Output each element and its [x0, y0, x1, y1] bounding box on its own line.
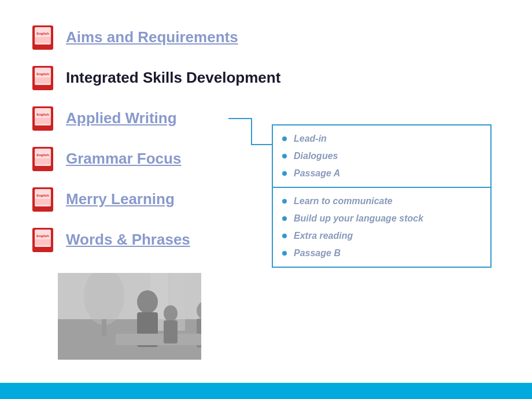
bullet-dialogues	[282, 154, 287, 158]
svg-rect-3	[35, 37, 51, 43]
book-icon-integrated: English	[29, 64, 57, 91]
bullet-build	[282, 216, 287, 221]
svg-point-29	[137, 290, 158, 313]
svg-rect-33	[116, 334, 201, 345]
svg-text:English: English	[36, 32, 49, 35]
svg-rect-7	[35, 77, 51, 83]
info-item-extra[interactable]: Extra reading	[282, 227, 481, 245]
bullet-passage-b	[282, 251, 287, 256]
info-box: Lead-in Dialogues Passage A Learn to com…	[272, 124, 492, 268]
svg-rect-15	[35, 158, 51, 164]
bullet-lead-in	[282, 136, 287, 141]
info-box-top-section: Lead-in Dialogues Passage A	[273, 125, 490, 188]
merry-link[interactable]: Merry Learning	[66, 190, 175, 208]
info-item-dialogues[interactable]: Dialogues	[282, 147, 481, 165]
nav-item-aims[interactable]: English Aims and Requirements	[29, 23, 503, 51]
bullet-learn	[282, 199, 287, 204]
svg-text:English: English	[36, 72, 49, 76]
svg-text:English: English	[36, 153, 49, 157]
bottom-bar	[0, 383, 532, 399]
applied-link[interactable]: Applied Writing	[66, 109, 177, 127]
svg-point-36	[164, 305, 178, 322]
svg-text:English: English	[36, 194, 49, 197]
svg-rect-11	[35, 118, 51, 124]
book-icon-applied: English	[29, 104, 57, 132]
info-item-build[interactable]: Build up your language stock	[282, 210, 481, 227]
photo-area	[58, 273, 201, 360]
book-icon-grammar: English	[29, 145, 57, 172]
nav-item-integrated: English Integrated Skills Development	[29, 64, 503, 91]
connector-line	[228, 110, 275, 156]
integrated-link: Integrated Skills Development	[66, 69, 280, 87]
bullet-passage-a	[282, 171, 287, 176]
book-icon-aims: English	[29, 23, 57, 51]
info-item-lead-in[interactable]: Lead-in	[282, 130, 481, 147]
info-item-passage-b[interactable]: Passage B	[282, 245, 481, 262]
svg-text:English: English	[36, 234, 49, 238]
bullet-extra	[282, 234, 287, 238]
svg-text:English: English	[36, 113, 49, 116]
grammar-link[interactable]: Grammar Focus	[66, 150, 181, 168]
svg-rect-19	[35, 199, 51, 205]
svg-rect-23	[35, 239, 51, 245]
svg-rect-37	[164, 320, 178, 343]
info-item-learn[interactable]: Learn to communicate	[282, 193, 481, 210]
book-icon-merry: English	[29, 185, 57, 213]
words-link[interactable]: Words & Phrases	[66, 231, 190, 249]
info-item-passage-a[interactable]: Passage A	[282, 165, 481, 182]
aims-link[interactable]: Aims and Requirements	[66, 28, 238, 46]
svg-rect-35	[102, 319, 106, 337]
book-icon-words: English	[29, 226, 57, 253]
info-box-bottom-section: Learn to communicate Build up your langu…	[273, 188, 490, 267]
